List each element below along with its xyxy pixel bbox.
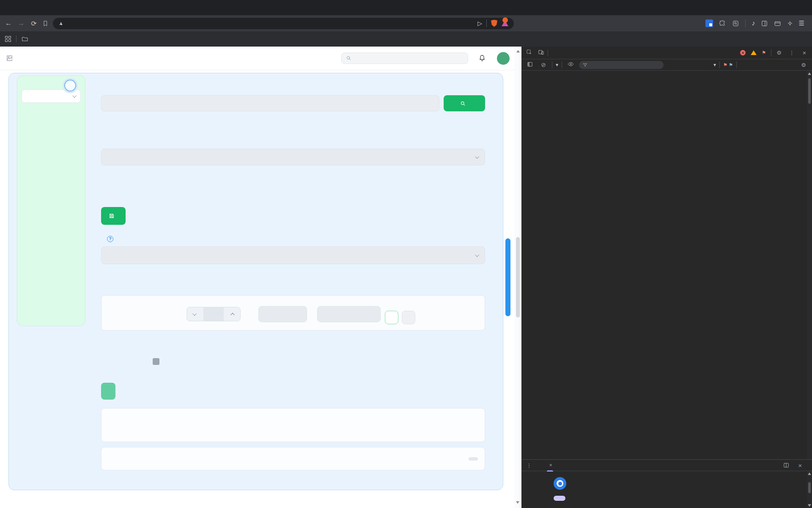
contact-select[interactable] (101, 149, 485, 166)
discount-input[interactable] (317, 306, 381, 322)
eye-live-expression-icon[interactable] (565, 61, 576, 69)
kebab-menu-icon[interactable]: ⋮ (787, 50, 797, 56)
drawer-kebab-icon[interactable]: ⋮ (524, 462, 534, 469)
bookmark-icon[interactable] (42, 20, 49, 27)
user-avatar[interactable] (497, 52, 510, 65)
menu-hamburger-icon[interactable]: ☰ (799, 19, 804, 27)
settings-gear-icon[interactable]: ⚙ (774, 50, 784, 56)
send-estimate-button[interactable] (101, 383, 115, 400)
address-input[interactable] (101, 95, 439, 111)
requires-half-payment-checkbox[interactable] (153, 358, 159, 365)
search-icon (346, 55, 351, 61)
close-icon[interactable]: × (549, 462, 552, 468)
leo-ai-sparkle-icon[interactable]: ✧ (787, 19, 793, 28)
issues-flag-icon: ⚑ (762, 50, 766, 55)
console-scrollbar-thumb[interactable] (808, 78, 811, 104)
estimate-form: ? (101, 73, 485, 491)
address-search-button[interactable] (444, 95, 485, 111)
warning-icon (751, 50, 757, 55)
password-manager-extension-icon[interactable] (705, 19, 713, 27)
tab-bar (0, 0, 812, 15)
notifications-bell-icon[interactable] (478, 54, 486, 63)
drawer-expand-icon[interactable] (783, 462, 789, 468)
back-button[interactable]: ← (4, 19, 13, 27)
drawer-tab-bar: ⋮ × × (521, 459, 812, 471)
wallet-icon[interactable] (774, 20, 781, 27)
console-filter-input[interactable] (579, 61, 664, 69)
send-page-icon[interactable]: ▷ (477, 20, 482, 27)
funnel-icon (583, 63, 587, 67)
sidebar-toggle-icon[interactable] (761, 20, 768, 27)
broken-image-icon (6, 55, 13, 62)
clear-console-icon[interactable]: ⊘ (538, 61, 549, 68)
estimate-panel: ? (8, 73, 503, 490)
console-log (521, 71, 812, 459)
app-logo[interactable] (6, 55, 16, 62)
chevron-down-icon (475, 253, 479, 257)
console-settings-gear-icon[interactable]: ⚙ (798, 62, 809, 68)
erp-app: ? (0, 47, 521, 508)
scroll-up-arrow[interactable] (516, 50, 520, 52)
chevron-down-icon (475, 155, 479, 159)
quantity-value[interactable] (203, 307, 223, 321)
quantity-increase-button[interactable] (224, 307, 240, 321)
console-scrollbar[interactable] (807, 71, 812, 459)
folder-icon (22, 36, 28, 42)
bookmarks-bar (0, 31, 812, 47)
brave-rewards-icon[interactable] (502, 20, 508, 26)
puzzle-extensions-icon[interactable] (719, 20, 726, 27)
search-icon (460, 101, 466, 106)
devtools-tab-bar: × ⚑ ⚙ ⋮ × (521, 47, 812, 59)
page-scrollbar-thumb[interactable] (516, 237, 520, 318)
drawer-close-icon[interactable]: × (795, 462, 805, 469)
browser-chrome: ← → ⟳ ▲! ▷ ♪ ✧ ☰ (0, 0, 812, 47)
inspect-element-icon[interactable] (524, 49, 534, 57)
history-section[interactable] (101, 447, 485, 470)
rewards-badge (502, 17, 508, 23)
sidebar (17, 76, 85, 326)
apps-grid-icon[interactable] (5, 36, 11, 42)
drawer-scrollbar[interactable] (807, 471, 812, 508)
history-events-badge (469, 457, 478, 461)
omnibox[interactable]: ▲! ▷ (53, 18, 514, 29)
sidebar-collapse-button[interactable] (64, 80, 76, 91)
device-toolbar-icon[interactable] (536, 49, 546, 57)
project-template-label: ? (101, 236, 113, 242)
scroll-down-arrow[interactable] (516, 501, 519, 504)
forward-button[interactable]: → (17, 19, 25, 27)
workspace-selector[interactable] (22, 89, 81, 103)
reload-button[interactable]: ⟳ (30, 19, 38, 28)
brave-shields-icon[interactable] (491, 20, 497, 27)
not-secure-warning-icon: ▲! (58, 20, 65, 26)
save-as-template-button[interactable] (101, 207, 126, 225)
page-scrollbar[interactable] (514, 47, 521, 508)
chevron-down-icon (72, 94, 77, 98)
issues-summary[interactable]: ⚑ ⚑ (723, 62, 733, 68)
rate-input[interactable] (258, 306, 307, 322)
help-question-icon[interactable]: ? (107, 236, 113, 242)
panel-scrollbar-thumb[interactable] (505, 238, 510, 316)
save-floppy-icon (109, 213, 115, 219)
quantity-stepper (187, 307, 241, 321)
estimate-item-row (101, 295, 485, 331)
customer-response-card (101, 408, 485, 442)
chrome-logo-icon (554, 477, 566, 490)
error-icon: × (740, 50, 746, 55)
devtools-panel: × ⚑ ⚙ ⋮ × ⊘ ▾ ▾ ⚑ (521, 47, 812, 508)
console-sidebar-icon[interactable] (525, 61, 535, 69)
devtools-close-icon[interactable]: × (799, 49, 809, 56)
drawer-tab-whats-new[interactable]: × (544, 459, 556, 472)
discount-percent-toggle[interactable] (402, 311, 415, 324)
search-box-icon[interactable] (732, 20, 739, 27)
app-header (0, 47, 521, 70)
media-control-icon[interactable]: ♪ (752, 19, 755, 27)
command-search-input[interactable] (341, 52, 468, 64)
console-context-selector[interactable]: ▾ (556, 62, 558, 68)
quantity-decrease-button[interactable] (187, 307, 203, 321)
whats-new-drawer (521, 471, 812, 508)
project-template-select[interactable] (101, 246, 485, 264)
log-levels-dropdown[interactable]: ▾ (713, 62, 716, 68)
see-all-new-features-button[interactable] (554, 496, 565, 501)
drawer-tab-console[interactable] (536, 459, 543, 472)
discount-dollar-toggle[interactable] (385, 311, 398, 324)
